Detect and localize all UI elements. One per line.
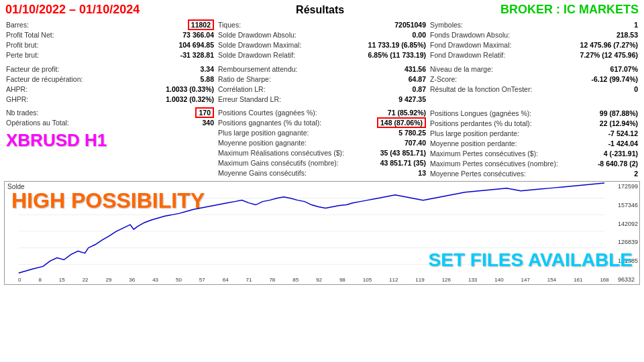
stat-row-facteur-recup: Facteur de récupération: 5.88: [6, 74, 214, 84]
broker-label: BROKER : IC MARKETS: [500, 3, 639, 17]
stats-section: Barres: 11802 Profit Total Net: 73 366.0…: [0, 19, 644, 178]
stat-row-max-pertes-nb: Maximum Pertes consécutives (nombre): -8…: [430, 158, 638, 168]
stat-row-facteur-profit: Facteur de profit: 3.34: [6, 64, 214, 74]
chart-x-axis: 0 8 15 22 29 36 43 50 57 64 71 78 85 92 …: [18, 277, 609, 283]
stat-row-moy-gains-consec: Moyenne Gains consécutifs: 13: [218, 168, 426, 178]
stat-row-fond-dd-max: Fond Drawdown Maximal: 12 475.96 (7.27%): [430, 40, 638, 50]
page-header: 01/10/2022 – 01/10/2024 Résultats BROKER…: [0, 0, 644, 19]
stat-row-pos-gagnantes: Positions gagnantes (% du total): 148 (8…: [218, 117, 426, 127]
stat-row-zscore: Z-Score: -6.12 (99.74%): [430, 74, 638, 84]
stat-row-plus-large-perd: Plus large position perdante: -7 524.12: [430, 128, 638, 138]
left-column: Barres: 11802 Profit Total Net: 73 366.0…: [4, 19, 216, 178]
stat-row-moy-pos-perd: Moyenne position perdante: -1 424.04: [430, 138, 638, 148]
page-title: Résultats: [296, 4, 344, 16]
date-range: 01/10/2022 – 01/10/2024: [5, 3, 140, 17]
stat-row-erreur: Erreur Standard LR: 9 427.35: [218, 94, 426, 104]
stat-row-barres: Barres: 11802: [6, 19, 214, 29]
stat-row-pos-perdantes: Positions perdantes (% du total): 22 (12…: [430, 118, 638, 128]
stat-row-solde-dd-abs: Solde Drawdown Absolu: 0.00: [218, 29, 426, 40]
stat-row-nb-trades: Nb trades: 170: [6, 107, 214, 117]
stat-row-symboles: Symboles: 1: [430, 19, 638, 29]
stat-row-fond-dd-rel: Fond Drawdown Relatif: 7.27% (12 475.96): [430, 50, 638, 60]
stat-row-profit-net: Profit Total Net: 73 366.04: [6, 29, 214, 40]
stat-row-max-pertes-consec: Maximum Pertes consécutives ($): 4 (-231…: [430, 148, 638, 158]
stat-row-max-real-consec: Maximum Réalisations consécutives ($): 3…: [218, 147, 426, 158]
stat-row-plus-large-gag: Plus large position gagnante: 5 780.25: [218, 127, 426, 137]
right-column: Symboles: 1 Fonds Drawdown Absolu: 218.5…: [428, 19, 640, 178]
set-files-label: SET FILES AVAILABLE: [429, 249, 633, 271]
stat-row-moy-pertes-consec: Moyenne Pertes consécutives: 2: [430, 168, 638, 178]
high-possibility-label: HIGH POSSIBILITY: [11, 188, 205, 213]
stat-row-moy-pos-gag: Moyenne position gagnante: 707.40: [218, 137, 426, 147]
mid-column: Tiques: 72051049 Solde Drawdown Absolu: …: [216, 19, 428, 178]
stat-row-solde-dd-max: Solde Drawdown Maximal: 11 733.19 (6.85%…: [218, 40, 426, 50]
stat-row-ghpr: GHPR: 1.0032 (0.32%): [6, 94, 214, 104]
stat-row-niveau-marge: Niveau de la marge: 617.07%: [430, 64, 638, 74]
stat-row-max-gains-consec: Maximum Gains consécutifs (nombre): 43 8…: [218, 158, 426, 168]
stat-row-ontester: Résultat de la fonction OnTester: 0: [430, 84, 638, 94]
stat-row-operations: Opérations au Total: 340: [6, 117, 214, 127]
chart-area: Solde HIGH POSSIBILITY SET FILES AVAILAB…: [4, 181, 640, 285]
stat-row-correlation: Corrélation LR: 0.87: [218, 84, 426, 94]
stat-row-ahpr: AHPR: 1.0033 (0.33%): [6, 84, 214, 94]
stat-row-tiques: Tiques: 72051049: [218, 19, 426, 29]
stat-row-pos-courtes: Positions Courtes (gagnées %): 71 (85.92…: [218, 107, 426, 117]
stat-row-perte-brut: Perte brut: -31 328.81: [6, 50, 214, 60]
stat-row-profit-brut: Profit brut: 104 694.85: [6, 40, 214, 50]
xbrusd-label: XBRUSD H1: [6, 130, 214, 151]
stat-row-remboursement: Remboursement attendu: 431.56: [218, 64, 426, 74]
stat-row-solde-dd-rel: Solde Drawdown Relatif: 6.85% (11 733.19…: [218, 50, 426, 60]
stat-row-sharpe: Ratio de Sharpe: 64.87: [218, 74, 426, 84]
stat-row-pos-longues: Positions Longues (gagnées %): 99 (87.88…: [430, 108, 638, 118]
stat-row-fonds-dd-abs: Fonds Drawdown Absolu: 218.53: [430, 29, 638, 40]
